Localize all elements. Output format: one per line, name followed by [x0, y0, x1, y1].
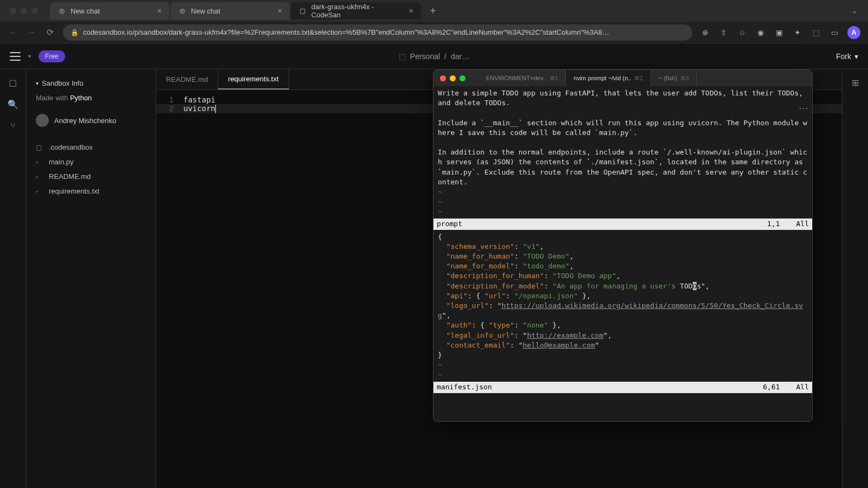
breadcrumb-project[interactable]: dar… — [451, 52, 469, 61]
browser-tab[interactable]: ◎ New chat × — [170, 2, 290, 20]
avatar — [36, 114, 49, 127]
tab-favicon: ◎ — [178, 7, 187, 15]
minimize-icon[interactable] — [450, 75, 456, 81]
plan-badge[interactable]: Free — [39, 50, 65, 62]
file-icon: ▫ — [36, 188, 43, 195]
menu-icon[interactable] — [10, 52, 21, 61]
puzzle-icon[interactable]: ✦ — [792, 27, 803, 38]
url-input[interactable]: 🔒 codesandbox.io/p/sandbox/dark-grass-uk… — [63, 24, 692, 41]
file-icon: ▫ — [36, 173, 43, 181]
close-icon[interactable]: × — [278, 7, 282, 15]
new-tab-button[interactable]: + — [425, 3, 441, 18]
close-icon[interactable] — [10, 8, 16, 14]
fork-button[interactable]: Fork ▾ — [836, 52, 858, 61]
chevron-down-icon[interactable]: ▾ — [28, 53, 31, 59]
more-options-icon[interactable]: ⋯ — [799, 102, 809, 114]
chevron-down-icon: ▾ — [854, 52, 858, 61]
terminal-window[interactable]: ENVIRONMENT=dev..⌘1 nvim prompt ~/vid (n… — [433, 69, 813, 422]
terminal-tab[interactable]: ~ (fish)⌘3 — [651, 70, 697, 86]
sandbox-owner[interactable]: Andrey Mishchenko — [26, 106, 156, 134]
close-icon[interactable]: × — [409, 7, 413, 15]
chevron-down-icon: ▾ — [36, 80, 39, 86]
url-text: codesandbox.io/p/sandbox/dark-grass-ukfm… — [83, 28, 609, 36]
git-icon[interactable]: ⑂ — [8, 120, 18, 131]
sidebar: ▾ Sandbox Info Made with Python Andrey M… — [26, 69, 156, 488]
made-with-label: Made with Python — [26, 89, 156, 106]
tab-favicon: ▢ — [298, 7, 307, 15]
add-panel-icon[interactable]: ⊞ — [850, 77, 861, 88]
search-icon[interactable]: 🔍 — [8, 99, 18, 110]
window-traffic-lights — [10, 8, 38, 14]
extension-icon[interactable]: ◉ — [755, 27, 766, 38]
browser-tab[interactable]: ◎ New chat × — [50, 2, 169, 20]
extension-icon[interactable]: ⬚ — [810, 27, 821, 38]
maximize-icon[interactable] — [459, 75, 465, 81]
vim-status-line: prompt 1,1 All — [433, 219, 812, 229]
window-traffic-lights — [440, 75, 465, 81]
vim-status-line: manifest.json 6,61 All — [433, 382, 812, 393]
file-icon: ▫ — [36, 158, 43, 166]
tab-title: New chat — [191, 7, 220, 15]
breadcrumb-workspace[interactable]: Personal — [410, 52, 440, 61]
editor-tab-active[interactable]: requirements.txt — [218, 69, 289, 89]
sidebar-title[interactable]: ▾ Sandbox Info — [26, 77, 156, 89]
user-name: Andrey Mishchenko — [54, 117, 116, 125]
tab-title: dark-grass-ukfm4x - CodeSan — [311, 3, 405, 19]
close-icon[interactable] — [440, 75, 446, 81]
terminal-tabs: ENVIRONMENT=dev..⌘1 nvim prompt ~/vid (n… — [478, 70, 806, 86]
reload-button[interactable]: ⟳ — [44, 27, 55, 37]
explorer-icon[interactable]: ▢ — [8, 77, 18, 88]
right-rail: ⊞ — [842, 69, 868, 488]
close-icon[interactable]: × — [157, 7, 162, 15]
maximize-icon[interactable] — [31, 8, 38, 14]
main-area: ▢ 🔍 ⑂ ▾ Sandbox Info Made with Python An… — [0, 69, 868, 488]
browser-tab-active[interactable]: ▢ dark-grass-ukfm4x - CodeSan × — [291, 2, 421, 20]
terminal-tab[interactable]: ENVIRONMENT=dev..⌘1 — [478, 70, 566, 86]
text-cursor — [215, 105, 216, 113]
extension-icon[interactable]: ▭ — [829, 27, 840, 38]
folder-icon: ▢ — [36, 144, 43, 151]
toolbar-icons: ⊕ ⇧ ☆ ◉ ▣ ✦ ⬚ ▭ A — [700, 26, 860, 39]
terminal-body[interactable]: Write a simple TODO app using FastAPI, t… — [433, 86, 812, 421]
editor-area: README.md requirements.txt 1 fastapi 2 u… — [156, 69, 842, 488]
file-tree: ▢.codesandbox ▫main.py ▫README.md ▫requi… — [26, 140, 156, 198]
file-tree-folder[interactable]: ▢.codesandbox — [26, 140, 156, 155]
breadcrumb: ⬚ Personal / dar… — [399, 52, 469, 61]
terminal-tab-active[interactable]: nvim prompt ~/vid (n..⌘2 — [566, 70, 651, 86]
editor-tab[interactable]: README.md — [156, 69, 218, 89]
activity-bar: ▢ 🔍 ⑂ — [0, 69, 26, 488]
address-bar: ← → ⟳ 🔒 codesandbox.io/p/sandbox/dark-gr… — [0, 22, 868, 43]
lock-icon: 🔒 — [71, 29, 79, 36]
file-tree-item[interactable]: ▫main.py — [26, 155, 156, 169]
terminal-titlebar[interactable]: ENVIRONMENT=dev..⌘1 nvim prompt ~/vid (n… — [433, 70, 812, 86]
profile-avatar[interactable]: A — [847, 26, 860, 39]
tab-title: New chat — [71, 7, 100, 15]
tab-list-button[interactable]: ⌄ — [846, 7, 863, 15]
browser-tab-strip: ◎ New chat × ◎ New chat × ▢ dark-grass-u… — [0, 0, 868, 22]
extension-icon[interactable]: ▣ — [774, 27, 784, 38]
line-number: 2 — [156, 104, 183, 113]
file-tree-item[interactable]: ▫README.md — [26, 169, 156, 184]
vim-buffer-top: Write a simple TODO app using FastAPI, t… — [433, 86, 812, 219]
file-tree-item[interactable]: ▫requirements.txt — [26, 184, 156, 198]
back-button[interactable]: ← — [8, 28, 18, 37]
app-header: ▾ Free ⬚ Personal / dar… Fork ▾ — [0, 43, 868, 69]
line-number: 1 — [156, 95, 183, 104]
tab-favicon: ◎ — [58, 7, 66, 15]
minimize-icon[interactable] — [21, 8, 27, 14]
search-icon[interactable]: ⊕ — [700, 27, 711, 38]
forward-button[interactable]: → — [26, 28, 37, 37]
share-icon[interactable]: ⇧ — [718, 27, 729, 38]
cube-icon: ⬚ — [399, 52, 406, 61]
vim-buffer-bottom: { "schema_version": "v1", "name_for_huma… — [433, 230, 812, 382]
bookmark-icon[interactable]: ☆ — [737, 27, 748, 38]
